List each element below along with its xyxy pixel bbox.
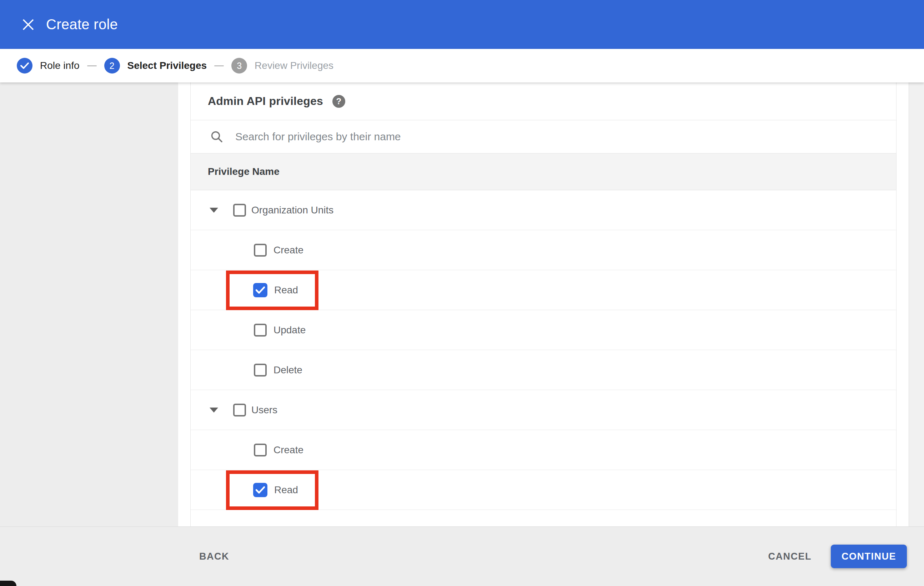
privilege-row: Read bbox=[191, 470, 896, 510]
privilege-label: Update bbox=[274, 324, 305, 336]
left-background-panel bbox=[0, 82, 178, 586]
cancel-button[interactable]: CANCEL bbox=[768, 551, 812, 562]
table-header-label: Privilege Name bbox=[208, 166, 280, 177]
privilege-row: Update bbox=[191, 310, 896, 350]
chevron-down-icon[interactable] bbox=[210, 408, 218, 413]
step-review-privileges[interactable]: 3 Review Privileges bbox=[231, 58, 333, 74]
privilege-label: Create bbox=[274, 244, 304, 256]
privilege-row: Delete bbox=[191, 350, 896, 390]
step-role-info[interactable]: Role info bbox=[17, 58, 79, 74]
privilege-label: Read bbox=[274, 285, 298, 296]
footer-bar: BACK CANCEL CONTINUE bbox=[0, 527, 924, 586]
help-icon[interactable]: ? bbox=[332, 95, 345, 108]
step-connector bbox=[87, 65, 97, 66]
privileges-panel: Admin API privileges ? Privilege Name Or… bbox=[190, 82, 896, 527]
privilege-label: Read bbox=[274, 484, 298, 496]
privilege-row: Create bbox=[191, 430, 896, 470]
search-input[interactable] bbox=[234, 130, 772, 143]
step-connector bbox=[214, 65, 224, 66]
privilege-row: Create bbox=[191, 230, 896, 270]
screen-corner-artifact bbox=[0, 581, 16, 586]
privilege-label: Delete bbox=[274, 364, 302, 376]
annotation-box bbox=[226, 270, 318, 310]
privilege-row: Read bbox=[191, 270, 896, 310]
step-label: Role info bbox=[40, 60, 79, 71]
section-title: Admin API privileges bbox=[208, 95, 323, 108]
step-number: 2 bbox=[104, 58, 120, 74]
back-button[interactable]: BACK bbox=[199, 551, 229, 562]
privilege-checkbox[interactable] bbox=[253, 283, 267, 297]
search-row bbox=[191, 120, 896, 153]
wizard-stepper: Role info 2 Select Privileges 3 Review P… bbox=[0, 49, 924, 82]
dialog-header: Create role bbox=[0, 0, 924, 49]
search-icon bbox=[210, 130, 223, 143]
privilege-checkbox[interactable] bbox=[254, 244, 267, 257]
privilege-checkbox[interactable] bbox=[233, 204, 246, 217]
dialog-title: Create role bbox=[46, 16, 118, 33]
privilege-label: Organization Units bbox=[251, 204, 333, 216]
continue-button[interactable]: CONTINUE bbox=[831, 545, 907, 568]
close-icon[interactable] bbox=[20, 17, 36, 33]
privilege-checkbox[interactable] bbox=[254, 444, 267, 456]
privilege-label: Users bbox=[251, 404, 277, 416]
privilege-row: Organization Units bbox=[191, 190, 896, 230]
scrollbar-track[interactable] bbox=[909, 82, 924, 586]
step-label: Review Privileges bbox=[254, 60, 333, 71]
step-complete-icon bbox=[17, 58, 33, 74]
section-title-row: Admin API privileges ? bbox=[191, 82, 896, 120]
step-label: Select Privileges bbox=[127, 60, 207, 71]
privilege-checkbox[interactable] bbox=[233, 403, 246, 416]
annotation-box bbox=[226, 470, 318, 510]
privilege-rows: Organization Units Create Read Update De… bbox=[191, 190, 896, 510]
table-header: Privilege Name bbox=[191, 153, 896, 190]
privilege-checkbox[interactable] bbox=[254, 324, 267, 337]
privilege-label: Create bbox=[274, 444, 304, 456]
step-select-privileges[interactable]: 2 Select Privileges bbox=[104, 58, 207, 74]
step-number: 3 bbox=[231, 58, 247, 74]
privilege-checkbox[interactable] bbox=[253, 483, 267, 497]
privilege-row: Users bbox=[191, 390, 896, 430]
chevron-down-icon[interactable] bbox=[210, 208, 218, 213]
privilege-checkbox[interactable] bbox=[254, 364, 267, 377]
